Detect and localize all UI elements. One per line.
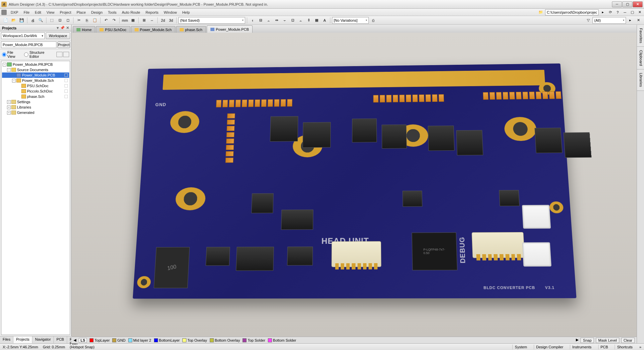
panel-dropdown-icon[interactable]: ▾ [57,26,59,30]
mask-level-button[interactable]: Mask Level [596,338,619,343]
menu-help[interactable]: Help [179,10,192,15]
filter-funnel-icon[interactable]: ▽ [585,17,592,24]
variation-manager-button[interactable]: ⎙ [369,17,377,24]
tab-psu-schdoc[interactable]: PSU.SchDoc [96,26,130,33]
close-button[interactable]: ✕ [633,1,643,7]
filter-combo[interactable]: (All) [593,17,626,24]
panel-pcb-button[interactable]: PCB [598,345,610,349]
workspace-combo[interactable]: Workspace1.DsnWrk [1,32,45,39]
menu-dxp[interactable]: DXP [8,10,21,15]
layer-set-label[interactable]: LS [79,338,87,343]
window-close-icon[interactable]: ✕ [637,9,643,15]
maximize-button[interactable]: ▢ [622,1,632,7]
panel-system-button[interactable]: System [512,345,529,349]
tab-home[interactable]: Home [73,26,95,33]
panel-instruments-button[interactable]: Instruments [570,345,593,349]
tab-favorites[interactable]: Favorites [637,25,644,47]
tree-item-phase-sch[interactable]: phase.Sch [2,94,69,99]
window-min-icon[interactable]: ─ [622,9,628,15]
view3d-button[interactable]: 3d [167,17,175,24]
menu-view[interactable]: View [44,10,57,15]
zoom-fit-button[interactable]: ⊡ [56,17,63,24]
tab-files[interactable]: Files [0,336,13,343]
panel-option2-button[interactable] [63,52,69,57]
layer-bottom-solder[interactable]: Bottom Solder [268,338,296,342]
align-center-h-button[interactable]: ⊟ [257,17,264,24]
save-button[interactable]: 💾 [18,17,25,24]
preview-button[interactable]: 🔍 [37,17,44,24]
snap-button[interactable]: Snap [581,338,594,343]
redo-button[interactable]: ↷ [110,17,118,24]
tab-power-module-sch[interactable]: Power_Module.Sch [131,26,175,33]
distribute-h-button[interactable]: ⇔ [273,17,280,24]
zoom-area-button[interactable]: ⬚ [48,17,55,24]
tab-pcb[interactable]: PCB [54,336,67,343]
paste-button[interactable]: 📋 [91,17,99,24]
tab-navigator[interactable]: Navigator [32,336,54,343]
workspace-button[interactable]: Workspace [46,32,70,39]
layer-gnd[interactable]: GND [112,338,125,342]
window-restore-icon[interactable]: ▢ [629,9,635,15]
project-button[interactable]: Project [57,41,70,48]
panel-shortcuts-button[interactable]: Shortcuts [615,345,634,349]
layer-nav-next-icon[interactable]: ▶ [576,338,579,343]
tab-clipboard[interactable]: Clipboard [637,47,644,69]
tree-libraries[interactable]: +Libraries [2,105,69,110]
align-left-button[interactable]: ⫞ [249,17,256,24]
align-grid-button[interactable]: ▦ [313,17,320,24]
dxp-icon[interactable] [1,10,7,15]
menu-tools[interactable]: Tools [105,10,119,15]
saved-views-combo[interactable]: (Not Saved) [178,17,245,24]
align-bottom-button[interactable]: ⫠ [297,17,304,24]
panel-design-compiler-button[interactable]: Design Compiler [534,345,565,349]
menu-design[interactable]: Design [89,10,105,15]
layer-top-overlay[interactable]: Top Overlay [182,338,207,342]
tree-item-psu-sch[interactable]: PSU.SchDoc [2,83,69,89]
panel-close-icon[interactable]: ✕ [66,26,69,30]
layer-top[interactable]: TopLayer [90,338,110,342]
tree-item-pcb[interactable]: Power_Module.PCB [2,72,69,78]
filter-apply-button[interactable]: ▸ [627,17,634,24]
undo-button[interactable]: ↶ [102,17,110,24]
cross-probe-button[interactable]: ↔ [148,17,156,24]
help-icon[interactable]: ? [615,9,621,15]
minimize-button[interactable]: ─ [612,1,622,7]
menu-place[interactable]: Place [74,10,89,15]
grid-button[interactable]: ▦ [129,17,137,24]
tree-item-piccolo-sch[interactable]: Piccolo.SchDoc [2,89,69,94]
tree-item-power-module-sch[interactable]: −Power_Module.Sch [2,78,69,83]
menu-project[interactable]: Project [57,10,74,15]
project-tree[interactable]: −Power_Module.PRJPCB −Source Documents P… [1,61,70,335]
menu-edit[interactable]: Edit [32,10,44,15]
panel-pin-icon[interactable]: 📌 [60,26,65,30]
refresh-icon[interactable]: ⟳ [607,9,613,15]
variations-combo[interactable]: [No Variations] [332,17,369,24]
structure-editor-radio[interactable]: Structure Editor [24,50,54,58]
cut-button[interactable]: ✂ [75,17,83,24]
file-view-radio[interactable]: File View [2,50,21,58]
menu-window[interactable]: Window [161,10,179,15]
filter-clear-button[interactable]: ✕ [635,17,642,24]
tree-project-root[interactable]: −Power_Module.PRJPCB [2,62,69,67]
path-input[interactable] [545,9,599,15]
tab-libraries[interactable]: Libraries [637,69,644,91]
folder-icon[interactable]: 📁 [538,9,544,15]
new-doc-button[interactable]: 📄 [2,17,9,24]
layer-mid2[interactable]: Mid layer 2 [128,338,151,342]
align-top-button[interactable]: ⫟ [281,17,288,24]
view2d-button[interactable]: 2d [159,17,167,24]
menu-reports[interactable]: Reports [143,10,161,15]
tab-power-module-pcb[interactable]: Power_Module.PCB [207,25,253,33]
project-field[interactable]: Power_Module.PRJPCB [1,41,56,48]
clear-button[interactable]: Clear [621,338,635,343]
open-path-button[interactable]: ▸ [600,9,606,15]
menu-chevron-icon[interactable]: » [639,345,641,349]
menu-file[interactable]: File [21,10,32,15]
tab-phase-sch[interactable]: phase.Sch [176,26,206,33]
layer-nav-prev-icon[interactable]: ◀ [73,338,76,342]
room-button[interactable]: A [321,17,328,24]
distribute-v-button[interactable]: ⇕ [305,17,312,24]
menu-autoroute[interactable]: Auto Route [119,10,143,15]
zoom-select-button[interactable]: ◻ [64,17,71,24]
layer-bottom-overlay[interactable]: Bottom Overlay [210,338,240,342]
